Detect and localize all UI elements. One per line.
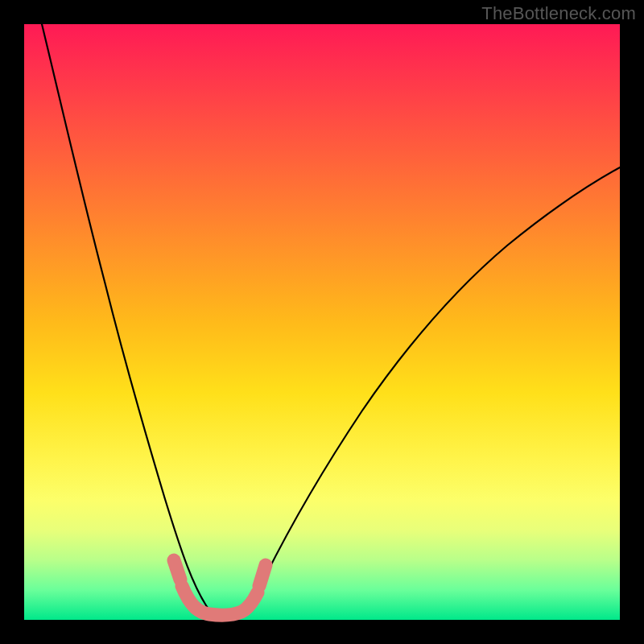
bottleneck-curve — [42, 24, 620, 618]
curve-svg — [24, 24, 620, 620]
plot-area — [24, 24, 620, 620]
watermark-text: TheBottleneck.com — [481, 3, 636, 24]
chart-frame: TheBottleneck.com — [0, 0, 644, 644]
